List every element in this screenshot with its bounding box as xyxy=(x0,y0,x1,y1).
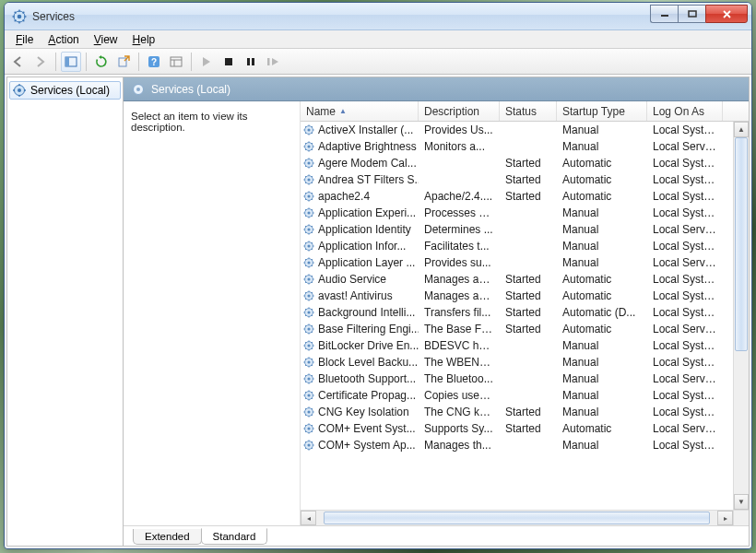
svg-point-83 xyxy=(307,211,310,214)
menu-action[interactable]: Action xyxy=(41,31,86,48)
menu-view[interactable]: View xyxy=(87,31,125,48)
svg-line-38 xyxy=(305,126,306,127)
help-button[interactable]: ? xyxy=(144,52,164,72)
service-row[interactable]: BitLocker Drive En...BDESVC hos...Manual… xyxy=(301,337,749,354)
column-header-status[interactable]: Status xyxy=(500,101,557,121)
service-logon-cell: Local Syste... xyxy=(647,124,723,136)
refresh-button[interactable] xyxy=(91,52,112,72)
pause-service-button[interactable] xyxy=(241,52,261,72)
service-row[interactable]: ActiveX Installer (...Provides Us...Manu… xyxy=(301,122,749,138)
svg-line-140 xyxy=(312,292,313,293)
svg-line-198 xyxy=(305,392,306,393)
service-row[interactable]: CNG Key IsolationThe CNG ke...StartedMan… xyxy=(301,404,749,420)
service-startup-cell: Manual xyxy=(557,339,647,352)
toolbar: ? xyxy=(5,49,751,75)
nav-forward-button[interactable] xyxy=(30,52,51,72)
tab-standard[interactable]: Standard xyxy=(201,528,268,545)
service-name-label: Background Intelli... xyxy=(318,306,415,319)
scroll-down-button[interactable]: ▼ xyxy=(734,494,749,510)
service-row[interactable]: Application IdentityDetermines ...Manual… xyxy=(301,221,749,238)
service-name-label: COM+ Event Syst... xyxy=(318,422,416,435)
menu-help[interactable]: Help xyxy=(125,31,163,48)
service-row[interactable]: Application Experi...Processes a...Manua… xyxy=(301,205,749,221)
service-name-label: apache2.4 xyxy=(318,190,370,203)
service-startup-cell: Automatic xyxy=(557,422,647,435)
service-row[interactable]: Application Layer ...Provides su...Manua… xyxy=(301,254,749,271)
properties-button[interactable] xyxy=(166,52,186,72)
service-row[interactable]: Bluetooth Support...The Bluetoo...Manual… xyxy=(301,371,749,387)
svg-line-101 xyxy=(305,232,306,233)
column-header-startup[interactable]: Startup Type xyxy=(557,101,647,121)
service-name-label: Base Filtering Engi... xyxy=(318,323,419,335)
service-status-cell: Started xyxy=(500,289,557,302)
svg-line-150 xyxy=(312,309,313,310)
stop-icon xyxy=(224,57,233,66)
restart-service-button[interactable] xyxy=(263,52,283,72)
vertical-scrollbar[interactable]: ▲ ▼ xyxy=(733,122,749,510)
menu-file[interactable]: File xyxy=(8,31,41,48)
minimize-button[interactable] xyxy=(650,5,678,23)
service-status-cell: Started xyxy=(500,323,557,335)
svg-line-160 xyxy=(312,325,313,326)
tree-pane: Services (Local) xyxy=(7,77,124,546)
sort-ascending-icon: ▲ xyxy=(339,107,347,115)
service-row[interactable]: Application Infor...Facilitates t...Manu… xyxy=(301,238,749,254)
maximize-button[interactable] xyxy=(678,5,705,23)
svg-line-199 xyxy=(312,398,313,399)
description-prompt: Select an item to view its description. xyxy=(131,111,292,133)
export-list-button[interactable] xyxy=(113,52,134,72)
service-row[interactable]: Base Filtering Engi...The Base Fil...Sta… xyxy=(301,321,749,337)
titlebar[interactable]: Services xyxy=(5,3,751,30)
column-header-description[interactable]: Description xyxy=(419,101,500,121)
service-row[interactable]: COM+ Event Syst...Supports Sy...StartedA… xyxy=(301,420,749,437)
service-row[interactable]: Audio ServiceManages au...StartedAutomat… xyxy=(301,271,749,288)
svg-line-149 xyxy=(312,315,313,316)
svg-line-110 xyxy=(312,242,313,243)
scroll-track[interactable] xyxy=(316,511,717,525)
tree-root-services-local[interactable]: Services (Local) xyxy=(9,81,121,100)
service-name-label: Andrea ST Filters S... xyxy=(318,173,419,186)
scroll-track[interactable] xyxy=(734,137,749,494)
column-header-name[interactable]: Name▲ xyxy=(301,101,419,121)
svg-line-131 xyxy=(305,282,306,283)
service-row[interactable]: Block Level Backu...The WBENG...ManualLo… xyxy=(301,354,749,371)
svg-line-178 xyxy=(305,359,306,359)
scroll-thumb[interactable] xyxy=(324,512,710,524)
svg-line-148 xyxy=(305,309,306,310)
column-header-logon[interactable]: Log On As xyxy=(647,101,723,121)
show-hide-tree-button[interactable] xyxy=(61,52,81,72)
gear-icon xyxy=(302,422,315,435)
scroll-left-button[interactable]: ◂ xyxy=(301,511,316,525)
svg-line-170 xyxy=(312,342,313,343)
service-name-label: Block Level Backu... xyxy=(318,356,418,369)
svg-line-159 xyxy=(312,332,313,333)
service-desc-cell: Manages au... xyxy=(419,273,500,286)
svg-line-139 xyxy=(312,299,313,300)
help-icon: ? xyxy=(148,55,160,68)
scroll-thumb[interactable] xyxy=(735,137,748,351)
service-row[interactable]: Agere Modem Cal...StartedAutomaticLocal … xyxy=(301,155,749,171)
svg-line-50 xyxy=(312,143,313,144)
stop-service-button[interactable] xyxy=(219,52,239,72)
svg-point-173 xyxy=(307,360,310,363)
service-row[interactable]: Certificate Propag...Copies user ...Manu… xyxy=(301,387,749,404)
nav-back-button[interactable] xyxy=(8,52,29,72)
close-button[interactable] xyxy=(705,5,748,23)
service-row[interactable]: Adaptive BrightnessMonitors a...ManualLo… xyxy=(301,138,749,155)
play-icon xyxy=(202,56,211,67)
horizontal-scrollbar[interactable]: ◂ ▸ xyxy=(301,510,749,525)
svg-line-48 xyxy=(305,143,306,144)
service-row[interactable]: Andrea ST Filters S...StartedAutomaticLo… xyxy=(301,171,749,188)
scroll-right-button[interactable]: ▸ xyxy=(717,511,733,525)
svg-rect-11 xyxy=(689,11,696,17)
service-row[interactable]: COM+ System Ap...Manages th...ManualLoca… xyxy=(301,437,749,453)
service-row[interactable]: apache2.4Apache/2.4....StartedAutomaticL… xyxy=(301,188,749,205)
svg-line-69 xyxy=(312,182,313,183)
tab-extended[interactable]: Extended xyxy=(133,529,202,545)
svg-line-129 xyxy=(312,282,313,283)
scroll-up-button[interactable]: ▲ xyxy=(734,122,749,137)
service-row[interactable]: Background Intelli...Transfers fil...Sta… xyxy=(301,304,749,321)
service-row[interactable]: avast! AntivirusManages an...StartedAuto… xyxy=(301,288,749,304)
start-service-button[interactable] xyxy=(196,52,217,72)
service-rows[interactable]: ActiveX Installer (...Provides Us...Manu… xyxy=(301,122,749,510)
